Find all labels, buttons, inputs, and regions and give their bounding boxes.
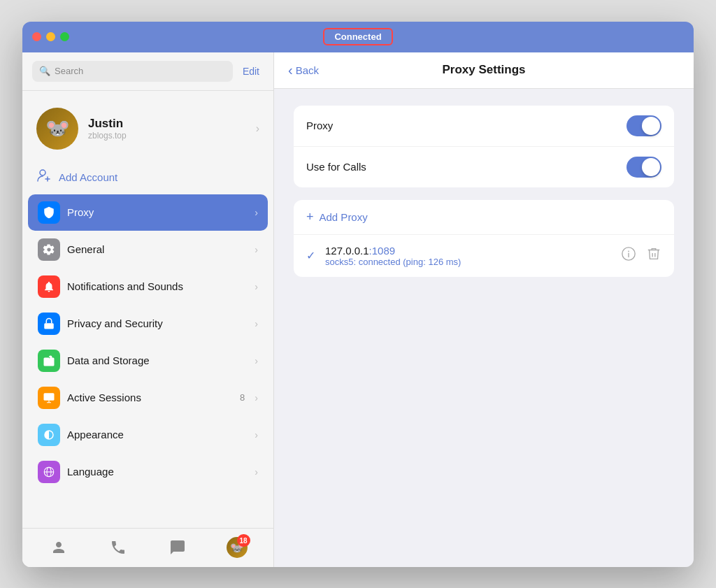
notifications-icon — [38, 275, 60, 298]
use-for-calls-row: Use for Calls — [294, 147, 674, 187]
nav-profile-button[interactable]: 🐭 18 — [222, 533, 252, 562]
general-label: General — [67, 243, 248, 255]
nav-chats-button[interactable] — [163, 533, 192, 562]
sidebar-top: 🔍 Search Edit — [22, 52, 273, 91]
avatar: 🐭 — [36, 108, 78, 150]
data-icon — [38, 350, 60, 372]
search-icon: 🔍 — [39, 66, 50, 76]
back-chevron-icon: ‹ — [288, 62, 293, 78]
profile-info: Justin zblogs.top — [88, 117, 246, 141]
nav-profile-badge: 18 — [237, 534, 250, 547]
sidebar-item-sessions[interactable]: Active Sessions 8 › — [28, 380, 268, 416]
main-body: Proxy Use for Calls + Add Proxy — [274, 89, 694, 567]
proxy-toggle[interactable] — [626, 115, 661, 136]
search-bar[interactable]: 🔍 Search — [32, 61, 233, 82]
privacy-chevron-icon: › — [255, 318, 258, 329]
titlebar: Connected — [22, 22, 694, 52]
data-label: Data and Storage — [67, 354, 248, 366]
appearance-chevron-icon: › — [255, 429, 258, 440]
sessions-icon — [38, 387, 60, 409]
general-icon — [38, 238, 60, 261]
sidebar-item-privacy[interactable]: Privacy and Security › — [28, 306, 268, 342]
proxy-address: 127.0.0.1:1089 — [325, 245, 614, 257]
notifications-label: Notifications and Sounds — [67, 280, 248, 292]
proxy-label: Proxy — [67, 206, 248, 218]
use-for-calls-label: Use for Calls — [306, 161, 626, 173]
maximize-button[interactable] — [60, 32, 69, 41]
nav-contacts-button[interactable] — [44, 533, 73, 562]
sessions-label: Active Sessions — [67, 392, 233, 403]
notifications-chevron-icon: › — [255, 281, 258, 292]
avatar-image: 🐭 — [36, 108, 78, 150]
main-header: ‹ Back Proxy Settings — [274, 52, 694, 89]
svg-point-0 — [40, 170, 45, 175]
sidebar-item-proxy[interactable]: Proxy › — [28, 194, 268, 231]
nav-calls-button[interactable] — [103, 533, 133, 562]
minimize-button[interactable] — [46, 32, 55, 41]
data-chevron-icon: › — [255, 355, 258, 366]
sidebar-list: Add Account Proxy › General › — [22, 161, 273, 528]
back-button[interactable]: ‹ Back — [288, 62, 319, 78]
back-label: Back — [296, 64, 319, 76]
profile-name: Justin — [88, 117, 246, 131]
sidebar-item-general[interactable]: General › — [28, 231, 268, 268]
add-account-icon — [36, 168, 52, 187]
appearance-label: Appearance — [67, 429, 248, 440]
sidebar-item-appearance[interactable]: Appearance › — [28, 417, 268, 453]
sidebar-item-language[interactable]: Language › — [28, 454, 268, 490]
profile-section[interactable]: 🐭 Justin zblogs.top › — [22, 91, 273, 161]
proxy-info-button[interactable] — [621, 246, 636, 265]
general-chevron-icon: › — [255, 244, 258, 255]
language-label: Language — [67, 466, 248, 478]
language-chevron-icon: › — [255, 466, 258, 478]
profile-watermark: zblogs.top — [88, 131, 246, 141]
proxy-toggle-label: Proxy — [306, 120, 626, 131]
app-window: Connected 🔍 Search Edit 🐭 Justin zblo — [22, 22, 694, 567]
appearance-icon — [38, 424, 60, 446]
proxy-list-card: + Add Proxy ✓ 127.0.0.1:1089 socks5: con… — [294, 200, 674, 277]
add-account-label: Add Account — [59, 171, 117, 183]
svg-rect-3 — [44, 323, 54, 329]
edit-button[interactable]: Edit — [238, 63, 264, 80]
proxy-toggles-card: Proxy Use for Calls — [294, 106, 674, 187]
content-area: 🔍 Search Edit 🐭 Justin zblogs.top › — [22, 52, 694, 567]
close-button[interactable] — [32, 32, 41, 41]
proxy-entry-info: 127.0.0.1:1089 socks5: connected (ping: … — [325, 245, 614, 267]
traffic-lights — [32, 32, 69, 41]
add-proxy-button[interactable]: + Add Proxy — [294, 200, 674, 235]
proxy-entry: ✓ 127.0.0.1:1089 socks5: connected (ping… — [294, 235, 674, 277]
proxy-check-icon: ✓ — [306, 249, 315, 262]
sidebar-item-data[interactable]: Data and Storage › — [28, 343, 268, 379]
connected-badge: Connected — [323, 28, 392, 45]
add-proxy-plus-icon: + — [306, 210, 314, 224]
sessions-badge: 8 — [240, 392, 245, 403]
language-icon — [38, 461, 60, 483]
proxy-toggle-row: Proxy — [294, 106, 674, 147]
privacy-label: Privacy and Security — [67, 317, 248, 329]
proxy-chevron-icon: › — [255, 207, 258, 218]
svg-rect-4 — [44, 393, 55, 401]
sidebar-bottom-nav: 🐭 18 — [22, 528, 273, 567]
sidebar: 🔍 Search Edit 🐭 Justin zblogs.top › — [22, 52, 274, 567]
profile-chevron-icon: › — [256, 122, 259, 135]
search-placeholder: Search — [55, 66, 83, 76]
proxy-delete-button[interactable] — [646, 246, 661, 265]
privacy-icon — [38, 313, 60, 335]
add-proxy-label: Add Proxy — [320, 211, 368, 223]
proxy-actions — [621, 246, 661, 265]
sessions-chevron-icon: › — [255, 392, 258, 403]
use-for-calls-toggle[interactable] — [626, 157, 661, 178]
sidebar-item-notifications[interactable]: Notifications and Sounds › — [28, 268, 268, 305]
add-account-button[interactable]: Add Account — [22, 161, 273, 194]
page-title: Proxy Settings — [442, 63, 525, 77]
main-content: ‹ Back Proxy Settings Proxy Use for Call… — [274, 52, 694, 567]
proxy-status: socks5: connected (ping: 126 ms) — [325, 257, 614, 267]
proxy-icon — [38, 201, 60, 224]
